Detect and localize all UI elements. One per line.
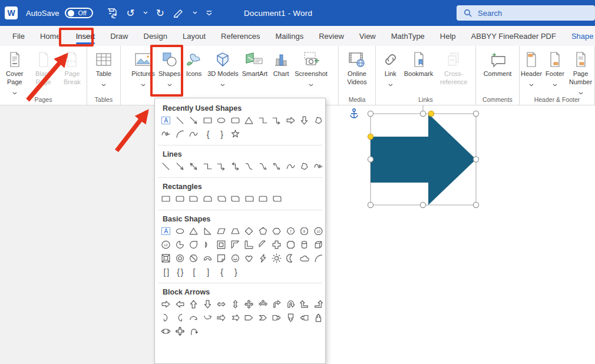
shape-left-up-arrow[interactable] <box>298 297 312 311</box>
shape-pentagon[interactable] <box>242 311 256 325</box>
resize-handle[interactable] <box>368 157 373 162</box>
shape-right-brace[interactable]: } <box>214 127 229 141</box>
shape-heptagon[interactable]: 7 <box>284 224 298 238</box>
shape-notched-right-arrow[interactable] <box>229 311 243 325</box>
shape-right-triangle[interactable] <box>201 224 215 238</box>
shape-rectangle[interactable] <box>201 114 215 127</box>
shape-left-right-arrow[interactable] <box>214 297 229 311</box>
shape-bent-arrow[interactable] <box>270 297 284 311</box>
shape-sun[interactable] <box>270 252 284 265</box>
shape-arc[interactable] <box>173 127 187 141</box>
shape-left-arrow[interactable] <box>173 297 187 311</box>
shape-snip-diagonal-corner-rectangle[interactable] <box>214 192 229 206</box>
shape-rounded-rectangle[interactable] <box>173 192 187 206</box>
shape-snip-single-corner-rectangle[interactable] <box>187 192 201 206</box>
resize-handle[interactable] <box>473 202 478 207</box>
adjust-handle[interactable] <box>428 111 434 116</box>
shape-curve[interactable] <box>187 127 201 141</box>
shape-line-arrow[interactable] <box>173 160 187 173</box>
shape-line[interactable] <box>159 160 173 173</box>
shape-round-same-side-corner-rectangle[interactable] <box>256 192 270 206</box>
shape-folded-corner[interactable] <box>214 252 229 265</box>
shape-trapezoid[interactable] <box>229 224 243 238</box>
resize-handle[interactable] <box>473 157 478 162</box>
shape-right-arrow-callout[interactable] <box>270 311 284 325</box>
shape-line-arrow[interactable] <box>187 114 201 127</box>
shape-cube[interactable] <box>312 238 326 252</box>
shape-double-brace[interactable]: { } <box>173 265 187 279</box>
shape-left-bracket[interactable]: [ <box>187 265 201 279</box>
shape-freeform-shape[interactable] <box>312 114 326 127</box>
shape-bent-up-arrow[interactable] <box>312 297 326 311</box>
shape-heart[interactable] <box>242 252 256 265</box>
shape-circular-arrow[interactable] <box>187 325 201 338</box>
shape-curved-up-arrow[interactable] <box>187 311 201 325</box>
shape-teardrop[interactable] <box>187 238 201 252</box>
shape-curved-right-arrow[interactable] <box>159 311 173 325</box>
shape-down-arrow[interactable] <box>298 114 312 127</box>
shape-up-arrow[interactable] <box>187 297 201 311</box>
shape-quad-arrow[interactable] <box>242 297 256 311</box>
shape-down-arrow-callout[interactable] <box>284 311 298 325</box>
shape-striped-right-arrow[interactable] <box>214 311 229 325</box>
shape-can[interactable] <box>298 238 312 252</box>
shape-right-arrow[interactable] <box>159 297 173 311</box>
shape-oval[interactable] <box>173 224 187 238</box>
shape-text-box[interactable]: A <box>159 114 173 127</box>
shape-hexagon[interactable] <box>270 224 284 238</box>
shape-right-arrow[interactable] <box>284 114 298 127</box>
shape-diagonal-stripe[interactable] <box>256 238 270 252</box>
shape-up-down-arrow[interactable] <box>229 297 243 311</box>
shape-line-double-arrow[interactable] <box>187 160 201 173</box>
shape-pie[interactable] <box>173 238 187 252</box>
shape-quad-arrow-callout[interactable] <box>173 325 187 338</box>
shape-half-frame[interactable] <box>229 238 243 252</box>
shape-parallelogram[interactable] <box>214 224 229 238</box>
shape-bevel[interactable] <box>159 252 173 265</box>
shape-decagon[interactable]: 10 <box>312 224 326 238</box>
shape-curved-down-arrow[interactable] <box>201 311 215 325</box>
shape-smiley-face[interactable] <box>229 252 243 265</box>
shape-elbow-connector[interactable] <box>256 114 270 127</box>
shape-chord[interactable] <box>201 238 215 252</box>
shape-right-bracket[interactable]: ] <box>201 265 215 279</box>
shape-up-arrow-callout[interactable] <box>312 311 326 325</box>
shape-double-bracket[interactable]: [ ] <box>159 265 173 279</box>
resize-handle[interactable] <box>368 111 373 116</box>
shape-l-shape[interactable] <box>242 238 256 252</box>
shape-arc[interactable] <box>312 252 326 265</box>
resize-handle[interactable] <box>420 202 425 207</box>
shape-left-brace[interactable]: { <box>214 265 229 279</box>
shape-round-diagonal-corner-rectangle[interactable] <box>270 192 285 206</box>
shape-oval[interactable] <box>214 114 229 127</box>
shape-line[interactable] <box>173 114 187 127</box>
shape-scribble[interactable] <box>312 160 326 173</box>
shape-isosceles-triangle[interactable] <box>242 114 256 127</box>
shape-elbow-arrow-connector[interactable] <box>214 160 229 173</box>
shape-curved-double-arrow-connector[interactable] <box>270 160 284 173</box>
shape-left-right-up-arrow[interactable] <box>256 297 270 311</box>
shape-left-right-arrow-callout[interactable] <box>159 325 173 338</box>
shape-block-arc[interactable] <box>201 252 215 265</box>
resize-handle[interactable] <box>368 202 373 207</box>
shape-frame[interactable] <box>214 238 229 252</box>
shape-u-turn-arrow[interactable] <box>284 297 298 311</box>
resize-handle[interactable] <box>473 111 478 116</box>
shape-moon[interactable] <box>284 252 298 265</box>
shape-elbow-double-arrow-connector[interactable] <box>229 160 243 173</box>
shape-curved-connector[interactable] <box>242 160 256 173</box>
right-arrow-shape[interactable] <box>371 114 476 205</box>
shape-scribble[interactable] <box>159 127 173 141</box>
shape-isosceles-triangle[interactable] <box>187 224 201 238</box>
shape-star-5-point[interactable] <box>229 127 243 141</box>
shape-chevron[interactable] <box>256 311 270 325</box>
shape-snip-and-round-single-corner-rectangle[interactable] <box>229 192 243 206</box>
shape-no-symbol[interactable] <box>187 252 201 265</box>
shape-donut[interactable] <box>173 252 187 265</box>
shape-lightning-bolt[interactable] <box>256 252 270 265</box>
shape-rounded-rectangle[interactable] <box>229 114 243 127</box>
shape-cloud[interactable] <box>298 252 312 265</box>
shape-cross[interactable] <box>270 238 284 252</box>
shape-freeform-shape[interactable] <box>298 160 312 173</box>
shape-rectangle[interactable] <box>159 192 173 206</box>
